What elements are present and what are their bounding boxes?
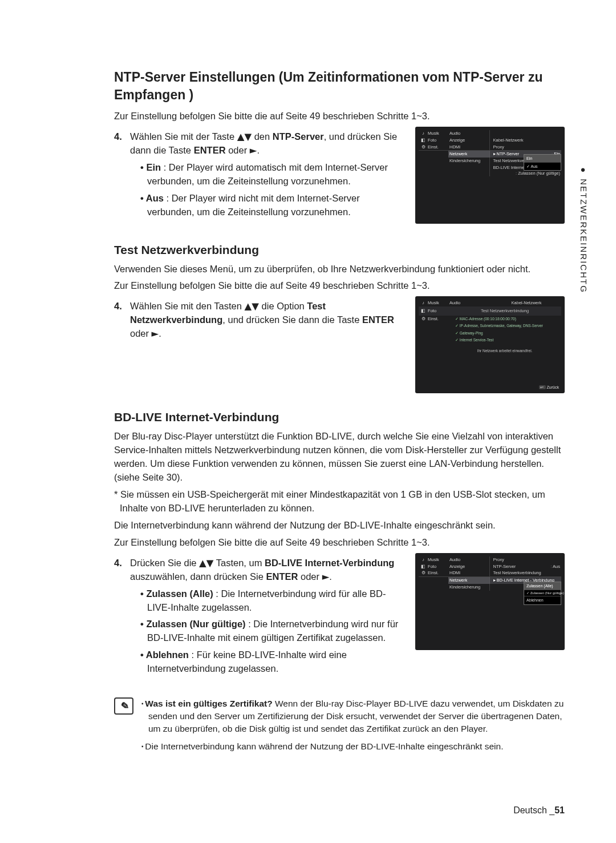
osd-bdlive: ♪ MusikAudioProxy ◧ FotoAnzeigeNTP-Serve… [415,553,565,650]
popup-option[interactable]: Ablehnen [524,596,561,604]
osd-test: ♪ MusikAudioKabel-Netzwerk ◧ FotoTest Ne… [415,296,565,393]
page-footer: Deutsch _51 [513,805,565,816]
bd-star: * Sie müssen ein USB-Speichergerät mit e… [114,488,565,515]
popup-option[interactable]: Ein [524,155,561,163]
test-lead1: Verwenden Sie dieses Menü, um zu überprü… [114,263,565,276]
bd-p3: Zur Einstellung befolgen Sie bitte die a… [114,536,565,550]
note-icon: ✎ [114,697,133,715]
side-tab: ● NETZWERKEINRICHTG [579,166,589,293]
back-button[interactable]: Zurück [539,385,559,390]
heading-bdlive: BD-LIVE Internet-Verbindung [114,410,565,424]
osd-ntp: ♪ MusikAudio ◧ FotoAnzeigeKabel-Netzwerk… [415,127,565,224]
popup-option[interactable]: Zulassen (Alle) [524,582,561,590]
note-list: Was ist ein gültiges Zertifikat? Wenn de… [141,697,565,759]
ntp-lead: Zur Einstellung befolgen Sie bitte die a… [114,110,565,123]
bd-p2: Die Internetverbindung kann während der … [114,519,565,533]
step-number: 4. [114,556,125,679]
step-text: Wählen Sie mit der Taste ▲▼ den NTP-Serv… [130,130,405,223]
step-number: 4. [114,130,125,223]
step-number: 4. [114,300,125,341]
step-text: Wählen Sie mit den Tasten ▲▼ die Option … [130,300,405,341]
heading-test: Test Netzwerkverbindung [114,243,565,257]
step-text: Drücken Sie die ▲▼ Tasten, um BD-LIVE In… [130,556,405,679]
test-lead2: Zur Einstellung befolgen Sie bitte die a… [114,279,565,293]
popup-option[interactable]: ✓ Aus [524,163,561,170]
heading-ntp: NTP-Server Einstellungen (Um Zeitinforma… [114,68,565,104]
bd-p1: Der Blu-ray Disc-Player unterstützt die … [114,430,565,485]
popup-option[interactable]: ✓ Zulassen (Nur gültige) [524,590,561,597]
